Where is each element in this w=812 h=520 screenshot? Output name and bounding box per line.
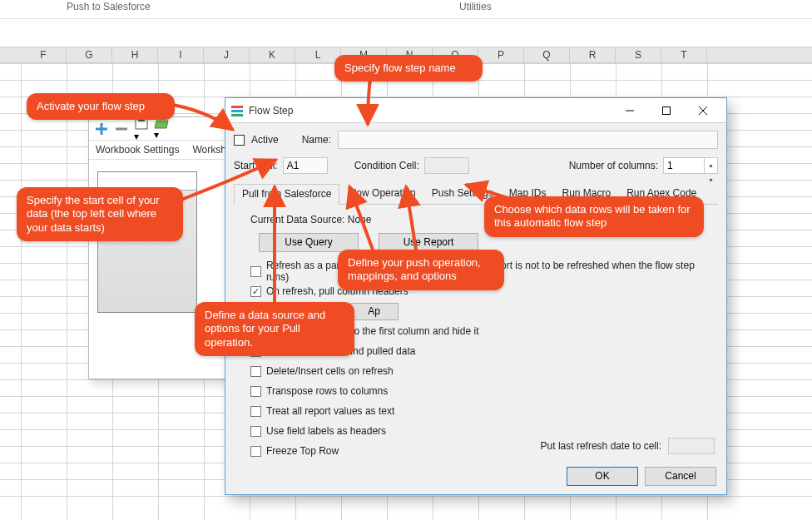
svg-rect-6 <box>231 106 243 108</box>
field-labels-label: Use field labels as headers <box>266 425 386 437</box>
col-header[interactable]: F <box>21 47 67 63</box>
remove-icon[interactable] <box>114 121 129 136</box>
num-columns-label: Number of columns: <box>569 160 658 171</box>
delete-insert-label: Delete/Insert cells on refresh <box>266 365 394 377</box>
field-labels-checkbox[interactable] <box>250 426 261 437</box>
panel-tab-workbook[interactable]: Workbook Settings <box>89 141 186 159</box>
minimize-button[interactable] <box>611 99 648 122</box>
use-query-button[interactable]: Use Query <box>259 233 359 252</box>
delete-insert-checkbox[interactable] <box>250 366 261 377</box>
svg-rect-8 <box>231 114 243 116</box>
callout-start-cell: Specify the start cell of your data (the… <box>17 187 183 241</box>
tab-pull-from-salesforce[interactable]: Pull from Salesforce <box>234 184 339 205</box>
dialog-title: Flow Step <box>249 105 293 116</box>
data-source-label: Current Data Source: None <box>250 214 371 225</box>
transpose-label: Transpose rows to columns <box>266 385 388 397</box>
callout-data-source: Define a data source and options for you… <box>195 302 354 356</box>
col-header[interactable]: Q <box>524 47 570 63</box>
flow-step-icon <box>230 104 244 117</box>
name-input[interactable] <box>338 131 718 149</box>
open-icon[interactable]: ▾ <box>154 117 169 141</box>
freeze-top-label: Freeze Top Row <box>266 445 339 457</box>
callout-flow-name: Specify flow step name <box>334 55 483 82</box>
treat-text-label: Treat all report values as text <box>266 405 394 417</box>
col-header[interactable]: T <box>661 47 707 63</box>
active-checkbox[interactable] <box>234 135 245 146</box>
svg-marker-5 <box>155 121 168 128</box>
ribbon-divider <box>0 18 812 19</box>
apply-picklists-button[interactable]: Ap <box>350 303 399 320</box>
ribbon-group-utilities: Utilities <box>459 1 492 12</box>
ok-button[interactable]: OK <box>567 467 638 486</box>
spinner-down-icon[interactable]: ▼ <box>705 173 717 188</box>
callout-choose-rows: Choose which data rows will be taken for… <box>484 196 704 237</box>
ribbon-group-push: Push to Salesforce <box>67 1 151 12</box>
name-label: Name: <box>302 134 331 146</box>
close-button[interactable] <box>685 99 721 122</box>
flow-step-dialog: Flow Step Active Name: Start Cell: Condi… <box>225 97 727 495</box>
col-header[interactable]: R <box>570 47 616 63</box>
condition-cell-input[interactable] <box>424 157 469 174</box>
start-cell-label: Start Cell: <box>234 160 278 171</box>
transpose-checkbox[interactable] <box>250 386 261 397</box>
callout-activate: Activate your flow step <box>27 93 175 120</box>
num-columns-spinner[interactable]: 1 ▲▼ <box>663 157 718 174</box>
refresh-part-checkbox[interactable] <box>250 266 261 277</box>
spinner-up-icon[interactable]: ▲ <box>705 158 717 173</box>
col-header[interactable]: K <box>250 47 295 63</box>
tab-flow-operation[interactable]: Flow Operation <box>340 184 423 205</box>
condition-cell-label: Condition Cell: <box>354 160 419 171</box>
last-refresh-label: Put last refresh date to cell: <box>541 440 661 452</box>
add-icon[interactable] <box>94 121 109 136</box>
svg-rect-10 <box>663 106 671 114</box>
svg-rect-7 <box>231 110 243 112</box>
cancel-button[interactable]: Cancel <box>645 467 716 486</box>
col-header[interactable]: H <box>112 47 158 63</box>
last-refresh-cell-input[interactable] <box>668 438 715 454</box>
freeze-top-checkbox[interactable] <box>250 446 261 457</box>
treat-text-checkbox[interactable] <box>250 406 261 417</box>
maximize-button[interactable] <box>648 99 685 122</box>
num-columns-value: 1 <box>667 160 673 171</box>
col-header[interactable]: I <box>158 47 204 63</box>
col-header[interactable]: J <box>204 47 250 63</box>
pull-headers-checkbox[interactable] <box>250 286 261 297</box>
active-label: Active <box>251 134 279 146</box>
start-cell-input[interactable] <box>283 157 328 174</box>
col-header[interactable]: S <box>616 47 661 63</box>
col-header[interactable]: P <box>478 47 524 63</box>
callout-push-ops: Define your push operation, mappings, an… <box>338 250 504 290</box>
col-header[interactable]: G <box>67 47 112 63</box>
